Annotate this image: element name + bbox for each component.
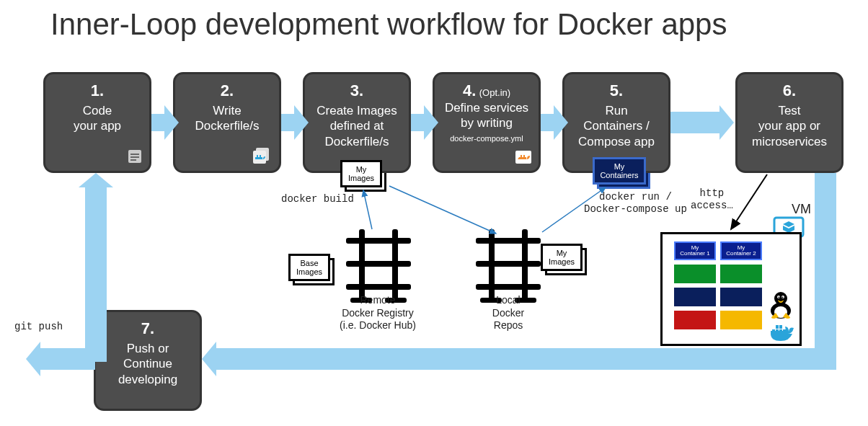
svg-rect-23	[779, 329, 782, 333]
vm-container-2: MyContainer 2	[720, 241, 762, 260]
svg-point-16	[774, 292, 787, 305]
vm-block-red	[674, 311, 716, 329]
vm-block-yellow	[720, 311, 762, 329]
arrow-remote-to-myimages	[0, 0, 868, 426]
vm-block-navy-2	[720, 288, 762, 306]
svg-rect-22	[776, 329, 779, 333]
vm-label: VM	[792, 202, 811, 217]
svg-rect-26	[779, 325, 782, 329]
svg-line-8	[389, 186, 496, 234]
svg-line-10	[731, 174, 767, 229]
svg-rect-25	[776, 325, 779, 329]
vm-container-1: MyContainer 1	[674, 241, 716, 260]
docker-whale-icon-vm	[769, 322, 798, 344]
svg-point-19	[779, 297, 780, 298]
vm-block-navy-1	[674, 288, 716, 306]
svg-rect-24	[783, 329, 786, 333]
svg-point-20	[782, 297, 784, 298]
linux-tux-icon	[768, 290, 794, 319]
vm-box: MyContainer 1 MyContainer 2	[660, 232, 802, 346]
svg-line-7	[363, 190, 372, 229]
svg-line-9	[542, 187, 606, 232]
vm-block-green-1	[674, 265, 716, 283]
svg-rect-21	[772, 329, 775, 333]
vm-block-green-2	[720, 265, 762, 283]
